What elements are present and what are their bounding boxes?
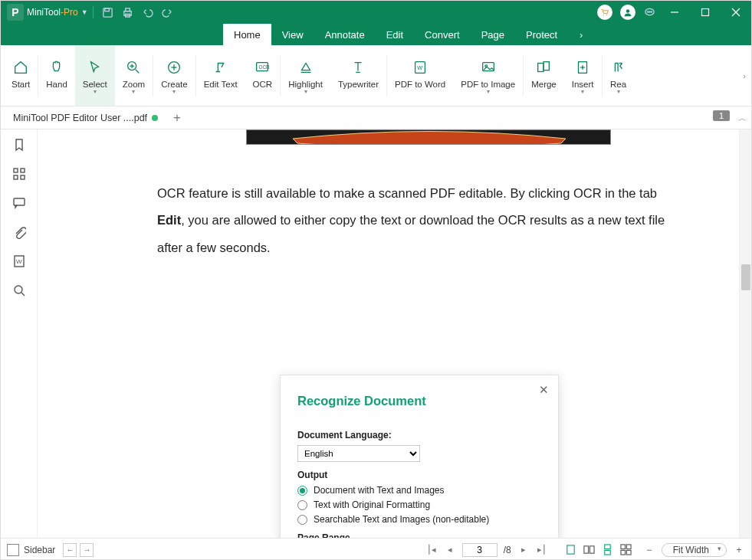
svg-rect-33 xyxy=(538,64,543,72)
radio-icon xyxy=(297,486,307,496)
sidebar-label[interactable]: Sidebar xyxy=(24,545,55,555)
svg-rect-50 xyxy=(605,545,611,549)
svg-text:OCR: OCR xyxy=(259,64,271,70)
svg-point-11 xyxy=(651,11,652,12)
output-opt-1[interactable]: Document with Text and Images xyxy=(297,485,541,496)
svg-text:W: W xyxy=(417,64,422,71)
bookmark-icon[interactable] xyxy=(11,137,27,152)
menu-overflow-icon[interactable]: › xyxy=(573,24,589,45)
nav-back-button[interactable]: ← xyxy=(63,543,77,557)
attachments-icon[interactable] xyxy=(11,224,27,240)
tab-view[interactable]: View xyxy=(271,24,314,45)
view-continuous-icon[interactable] xyxy=(600,543,616,557)
maximize-button[interactable] xyxy=(690,1,721,24)
tab-home[interactable]: Home xyxy=(223,24,271,45)
prev-page-button[interactable]: ◂ xyxy=(444,545,456,555)
zoom-out-button[interactable]: − xyxy=(643,545,655,555)
zoom-fit-select[interactable]: Fit Width xyxy=(662,543,727,557)
close-button[interactable] xyxy=(721,1,751,24)
scrollbar-thumb[interactable] xyxy=(741,264,750,290)
pdf-to-image-button[interactable]: PDF to Image▾ xyxy=(453,45,523,106)
document-tab[interactable]: MiniTool PDF Editor User ....pdf xyxy=(7,113,164,123)
tab-convert[interactable]: Convert xyxy=(414,24,471,45)
output-opt-2[interactable]: Text with Original Formatting xyxy=(297,499,541,510)
redo-icon[interactable] xyxy=(158,1,178,24)
user-icon[interactable] xyxy=(620,5,635,20)
page-input[interactable] xyxy=(462,543,498,557)
next-page-button[interactable]: ▸ xyxy=(517,545,530,555)
view-facing-icon[interactable] xyxy=(582,543,597,557)
feedback-icon[interactable] xyxy=(639,1,659,24)
read-button[interactable]: Rea▾ xyxy=(603,45,635,106)
edit-text-button[interactable]: Edit Text xyxy=(196,45,245,106)
app-name: MiniTool-Pro xyxy=(27,7,78,18)
titlebar: P MiniTool-Pro ▼ xyxy=(1,1,751,24)
page-badge: 1 xyxy=(713,110,730,121)
hand-button[interactable]: Hand xyxy=(38,45,75,106)
highlight-button[interactable]: Highlight▾ xyxy=(281,45,330,106)
svg-rect-55 xyxy=(627,550,632,555)
radio-icon xyxy=(297,515,307,525)
tab-protect[interactable]: Protect xyxy=(515,24,568,45)
svg-point-45 xyxy=(15,286,22,293)
insert-button[interactable]: Insert▾ xyxy=(564,45,602,106)
thumbnails-icon[interactable] xyxy=(11,166,27,182)
svg-rect-51 xyxy=(605,550,611,555)
sidebar-panel: W xyxy=(1,129,38,538)
nav-forward-button[interactable]: → xyxy=(80,543,94,557)
svg-point-10 xyxy=(649,11,649,12)
tab-page[interactable]: Page xyxy=(471,24,515,45)
typewriter-button[interactable]: Typewriter xyxy=(330,45,386,106)
sidebar-toggle-icon[interactable] xyxy=(7,544,19,556)
pdf-to-word-button[interactable]: WPDF to Word xyxy=(387,45,453,106)
last-page-button[interactable]: ▸⎮ xyxy=(536,545,548,555)
menubar: Home View Annotate Edit Convert Page Pro… xyxy=(1,24,751,45)
lang-label: Document Language: xyxy=(297,430,541,440)
svg-rect-49 xyxy=(590,546,595,553)
first-page-button[interactable]: ⎮◂ xyxy=(425,545,438,555)
start-button[interactable]: Start xyxy=(4,45,38,106)
minimize-button[interactable] xyxy=(659,1,690,24)
merge-button[interactable]: Merge xyxy=(524,45,564,106)
output-opt-3[interactable]: Searchable Text and Images (non-editable… xyxy=(297,514,541,525)
svg-rect-42 xyxy=(14,198,25,205)
view-single-icon[interactable] xyxy=(563,543,579,557)
range-label: Page Range xyxy=(297,532,541,538)
vertical-scrollbar[interactable] xyxy=(739,129,751,538)
svg-rect-47 xyxy=(567,545,574,554)
new-tab-button[interactable]: + xyxy=(173,110,181,126)
word-export-icon[interactable]: W xyxy=(11,254,27,269)
cart-icon[interactable] xyxy=(597,5,612,20)
nav-back-forward: ← → xyxy=(63,543,94,557)
page-total: /8 xyxy=(504,545,511,555)
save-icon[interactable] xyxy=(98,1,118,24)
page-body-text: OCR feature is still available to make a… xyxy=(157,180,686,261)
comments-icon[interactable] xyxy=(11,195,27,211)
statusbar: Sidebar ← → ⎮◂ ◂ /8 ▸ ▸⎮ − Fit Width + xyxy=(1,538,751,560)
ocr-button[interactable]: OCROCR xyxy=(245,45,281,106)
svg-rect-13 xyxy=(702,9,709,16)
search-icon[interactable] xyxy=(11,283,27,298)
select-button[interactable]: Select▾ xyxy=(75,45,115,106)
print-icon[interactable] xyxy=(118,1,138,24)
ribbon-overflow-icon[interactable]: › xyxy=(739,66,750,86)
zoom-button[interactable]: Zoom▾ xyxy=(115,45,153,106)
app-dropdown-icon[interactable]: ▼ xyxy=(81,8,88,16)
viewport[interactable]: OCR feature is still available to make a… xyxy=(38,129,751,538)
undo-icon[interactable] xyxy=(138,1,158,24)
tab-edit[interactable]: Edit xyxy=(376,24,414,45)
dialog-title: Recognize Document xyxy=(281,375,558,408)
page-banner-image xyxy=(246,129,611,145)
zoom-in-button[interactable]: + xyxy=(733,545,745,555)
dialog-close-button[interactable]: ✕ xyxy=(539,383,549,397)
page-controls: ⎮◂ ◂ /8 ▸ ▸⎮ xyxy=(425,543,548,557)
create-button[interactable]: Create▾ xyxy=(153,45,195,106)
collapse-ribbon-icon[interactable]: ︿ xyxy=(738,113,747,124)
tab-annotate[interactable]: Annotate xyxy=(314,24,376,45)
svg-rect-48 xyxy=(584,546,589,553)
lang-select[interactable]: English xyxy=(297,445,420,462)
svg-rect-3 xyxy=(126,8,130,11)
svg-text:W: W xyxy=(16,258,22,265)
view-grid-icon[interactable] xyxy=(619,543,634,557)
recognize-dialog: ✕ Recognize Document Document Language: … xyxy=(280,375,559,538)
